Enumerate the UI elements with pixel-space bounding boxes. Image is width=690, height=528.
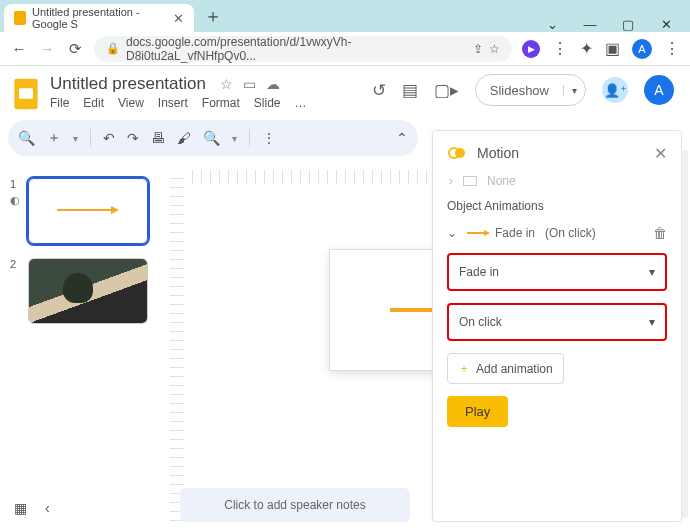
share-button[interactable]: 👤⁺ <box>602 77 628 103</box>
panel-scrollbar[interactable] <box>682 150 688 518</box>
browser-tab[interactable]: Untitled presentation - Google S ✕ <box>4 4 194 32</box>
new-slide-button[interactable]: ＋ <box>47 129 61 147</box>
slideshow-button[interactable]: Slideshow ▾ <box>475 74 586 106</box>
add-animation-label: Add animation <box>476 362 553 376</box>
nav-reload-icon[interactable]: ⟳ <box>66 40 84 58</box>
comments-icon[interactable]: ▤ <box>402 80 418 101</box>
arrow-mini-icon <box>467 232 485 234</box>
speaker-notes-hint: Click to add speaker notes <box>224 498 365 512</box>
window-close-icon[interactable]: ✕ <box>658 17 674 32</box>
tab-title: Untitled presentation - Google S <box>32 6 167 30</box>
toolbar-collapse-icon[interactable]: ⌃ <box>396 130 408 146</box>
animation-type-value: Fade in <box>459 265 499 279</box>
search-icon[interactable]: 🔍 <box>18 130 35 146</box>
menu-edit[interactable]: Edit <box>83 96 104 110</box>
history-icon[interactable]: ↺ <box>372 80 386 101</box>
motion-icon <box>447 143 467 163</box>
ext-puzzle-icon[interactable]: ✦ <box>580 39 593 58</box>
slide-number: 1 <box>10 178 20 190</box>
new-slide-dd-icon[interactable]: ▾ <box>73 133 78 144</box>
animation-item[interactable]: ⌄ Fade in (On click) 🗑 <box>447 225 667 241</box>
animation-trigger-select[interactable]: On click ▾ <box>447 303 667 341</box>
slides-app-icon[interactable] <box>12 76 40 112</box>
grid-view-icon[interactable]: ▦ <box>14 500 27 516</box>
lock-icon: 🔒 <box>106 42 120 55</box>
thumb-row: 1 ◐ <box>10 178 160 244</box>
browser-titlebar: Untitled presentation - Google S ✕ ＋ ⌄ —… <box>0 0 690 32</box>
delete-animation-icon[interactable]: 🗑 <box>653 225 667 241</box>
browser-address-bar: ← → ⟳ 🔒 docs.google.com/presentation/d/1… <box>0 32 690 66</box>
bookmark-star-icon[interactable]: ☆ <box>489 42 500 56</box>
favicon-icon <box>14 11 26 25</box>
ext-box-icon[interactable]: ▣ <box>605 39 620 58</box>
slide-number: 2 <box>10 258 20 270</box>
share-url-icon[interactable]: ⇪ <box>473 42 483 56</box>
slide-thumb-2[interactable] <box>28 258 148 324</box>
slideshow-dropdown-icon[interactable]: ▾ <box>563 85 585 96</box>
menu-slide[interactable]: Slide <box>254 96 281 110</box>
more-tools-icon[interactable]: ⋮ <box>262 130 276 146</box>
section-title: Object Animations <box>447 199 667 213</box>
arrow-shape-icon <box>57 209 113 211</box>
menu-bar: File Edit View Insert Format Slide … <box>50 96 307 110</box>
doc-title-block: Untitled presentation ☆ ▭ ☁ File Edit Vi… <box>50 74 307 110</box>
profile-avatar[interactable]: A <box>632 39 652 59</box>
window-dropdown-icon[interactable]: ⌄ <box>544 17 560 32</box>
menu-file[interactable]: File <box>50 96 69 110</box>
nav-back-icon[interactable]: ← <box>10 40 28 58</box>
menu-more[interactable]: … <box>295 96 307 110</box>
undo-icon[interactable]: ↶ <box>103 130 115 146</box>
slide-thumb-1[interactable] <box>28 178 148 244</box>
anim-trigger-label: (On click) <box>545 226 596 240</box>
panel-header: Motion ✕ <box>447 143 667 163</box>
transition-label: None <box>487 175 516 187</box>
meet-icon[interactable]: ▢▸ <box>434 80 459 101</box>
chevron-down-icon[interactable]: ⌄ <box>447 226 457 240</box>
animation-trigger-value: On click <box>459 315 502 329</box>
ext-menu-icon[interactable]: ⋮ <box>552 39 568 58</box>
paint-format-icon[interactable]: 🖌 <box>177 130 191 146</box>
dropdown-icon: ▾ <box>649 265 655 279</box>
window-minimize-icon[interactable]: — <box>582 17 598 32</box>
slide-icon <box>463 176 477 186</box>
menu-format[interactable]: Format <box>202 96 240 110</box>
window-maximize-icon[interactable]: ▢ <box>620 17 636 32</box>
play-button[interactable]: Play <box>447 396 508 427</box>
zoom-dd-icon[interactable]: ▾ <box>232 133 237 144</box>
tab-close-icon[interactable]: ✕ <box>173 11 184 26</box>
anim-type-label: Fade in <box>495 226 535 240</box>
thumb-row: 2 <box>10 258 160 324</box>
animation-type-select[interactable]: Fade in ▾ <box>447 253 667 291</box>
separator <box>249 129 250 147</box>
window-controls: ⌄ — ▢ ✕ <box>544 13 690 32</box>
filmstrip-back-icon[interactable]: ‹ <box>45 500 50 516</box>
slide-thumbnails: 1 ◐ 2 <box>0 170 170 528</box>
menu-view[interactable]: View <box>118 96 144 110</box>
doc-title[interactable]: Untitled presentation <box>50 74 206 94</box>
print-icon[interactable]: 🖶 <box>151 130 165 146</box>
extension-icons: ▶ ⋮ ✦ ▣ A ⋮ <box>522 39 680 59</box>
menu-insert[interactable]: Insert <box>158 96 188 110</box>
toolbar: 🔍 ＋ ▾ ↶ ↷ 🖶 🖌 🔍 ▾ ⋮ ⌃ <box>8 120 418 156</box>
transition-row[interactable]: › None <box>447 175 667 187</box>
speaker-notes[interactable]: Click to add speaker notes <box>180 488 410 522</box>
panel-title: Motion <box>477 145 644 161</box>
url-text: docs.google.com/presentation/d/1vwxyVh-D… <box>126 35 467 63</box>
new-tab-button[interactable]: ＋ <box>204 4 222 28</box>
doc-cloud-icon[interactable]: ☁ <box>266 76 280 92</box>
account-avatar[interactable]: A <box>644 75 674 105</box>
add-animation-button[interactable]: ＋ Add animation <box>447 353 564 384</box>
address-field[interactable]: 🔒 docs.google.com/presentation/d/1vwxyVh… <box>94 36 512 62</box>
header-right: ↺ ▤ ▢▸ Slideshow ▾ 👤⁺ A <box>372 74 674 106</box>
chevron-right-icon: › <box>449 175 453 187</box>
animation-indicator-icon: ◐ <box>10 194 20 207</box>
ext-play-icon[interactable]: ▶ <box>522 40 540 58</box>
redo-icon[interactable]: ↷ <box>127 130 139 146</box>
play-label: Play <box>465 404 490 419</box>
panel-close-icon[interactable]: ✕ <box>654 144 667 163</box>
doc-move-icon[interactable]: ▭ <box>243 76 256 92</box>
doc-star-icon[interactable]: ☆ <box>220 76 233 92</box>
zoom-icon[interactable]: 🔍 <box>203 130 220 146</box>
photo-placeholder <box>29 259 147 323</box>
browser-menu-icon[interactable]: ⋮ <box>664 39 680 58</box>
